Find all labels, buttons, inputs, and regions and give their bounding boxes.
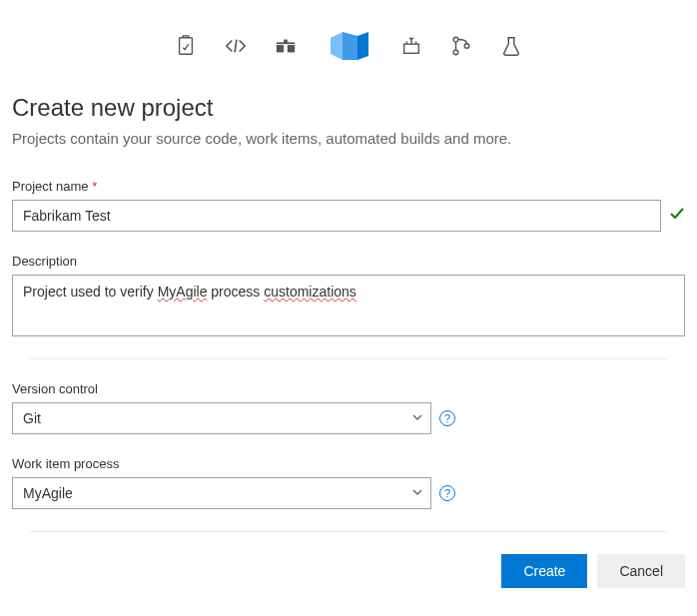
svg-rect-1 <box>277 45 284 52</box>
divider <box>30 531 667 532</box>
page-title: Create new project <box>12 94 685 122</box>
code-icon[interactable] <box>225 35 247 57</box>
work-item-process-field-group: Work item process ? <box>12 456 685 509</box>
svg-rect-2 <box>288 45 295 52</box>
svg-rect-0 <box>180 38 193 55</box>
required-marker: * <box>92 179 97 194</box>
project-name-input[interactable] <box>12 200 661 232</box>
help-icon[interactable]: ? <box>439 485 455 501</box>
build-icon[interactable] <box>400 35 422 57</box>
help-icon[interactable]: ? <box>439 410 455 426</box>
divider <box>30 358 667 359</box>
icon-nav-bar <box>12 0 685 82</box>
project-name-field-group: Project name * <box>12 179 685 232</box>
svg-rect-5 <box>404 44 419 53</box>
svg-point-7 <box>453 50 458 55</box>
version-control-select[interactable] <box>12 402 431 434</box>
version-control-label: Version control <box>12 381 685 396</box>
cancel-button[interactable]: Cancel <box>597 554 685 588</box>
test-plans-icon[interactable] <box>500 35 522 57</box>
checkmark-icon <box>669 206 685 227</box>
page-subtitle: Projects contain your source code, work … <box>12 130 685 147</box>
version-control-field-group: Version control ? <box>12 381 685 434</box>
svg-point-8 <box>464 44 469 49</box>
svg-rect-4 <box>277 42 295 44</box>
work-item-process-label: Work item process <box>12 456 685 471</box>
description-input[interactable]: Project used to verify MyAgile process c… <box>12 275 685 336</box>
repos-icon[interactable] <box>450 35 472 57</box>
description-field-group: Description Project used to verify MyAgi… <box>12 254 685 336</box>
work-items-icon[interactable] <box>275 35 297 57</box>
work-item-process-select[interactable] <box>12 477 431 509</box>
create-button[interactable]: Create <box>501 554 587 588</box>
svg-point-6 <box>453 37 458 42</box>
button-row: Create Cancel <box>12 554 685 588</box>
dashboard-icon[interactable] <box>175 35 197 57</box>
devops-logo-icon[interactable] <box>325 22 372 70</box>
description-label: Description <box>12 254 685 269</box>
project-name-label: Project name * <box>12 179 685 194</box>
